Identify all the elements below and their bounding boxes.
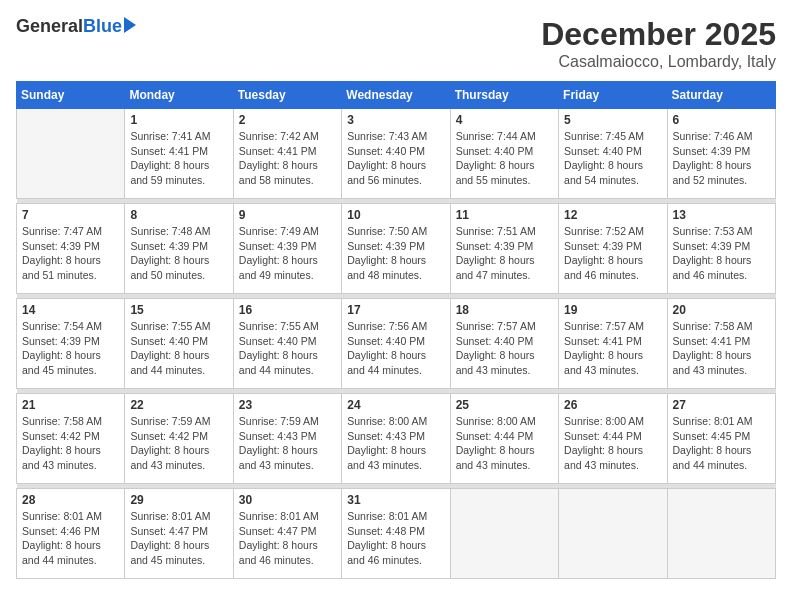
day-number: 18	[456, 303, 553, 317]
calendar-cell: 14Sunrise: 7:54 AM Sunset: 4:39 PM Dayli…	[17, 299, 125, 389]
day-info: Sunrise: 7:57 AM Sunset: 4:41 PM Dayligh…	[564, 319, 661, 378]
column-header-friday: Friday	[559, 82, 667, 109]
calendar-cell	[667, 489, 775, 579]
column-header-saturday: Saturday	[667, 82, 775, 109]
column-header-thursday: Thursday	[450, 82, 558, 109]
calendar-cell: 28Sunrise: 8:01 AM Sunset: 4:46 PM Dayli…	[17, 489, 125, 579]
day-number: 25	[456, 398, 553, 412]
calendar-cell: 7Sunrise: 7:47 AM Sunset: 4:39 PM Daylig…	[17, 204, 125, 294]
day-number: 5	[564, 113, 661, 127]
calendar-cell	[559, 489, 667, 579]
day-number: 20	[673, 303, 770, 317]
day-number: 15	[130, 303, 227, 317]
day-info: Sunrise: 7:58 AM Sunset: 4:42 PM Dayligh…	[22, 414, 119, 473]
calendar-cell: 17Sunrise: 7:56 AM Sunset: 4:40 PM Dayli…	[342, 299, 450, 389]
calendar-cell: 25Sunrise: 8:00 AM Sunset: 4:44 PM Dayli…	[450, 394, 558, 484]
calendar-cell: 19Sunrise: 7:57 AM Sunset: 4:41 PM Dayli…	[559, 299, 667, 389]
calendar-cell	[450, 489, 558, 579]
calendar-cell: 11Sunrise: 7:51 AM Sunset: 4:39 PM Dayli…	[450, 204, 558, 294]
calendar-cell: 10Sunrise: 7:50 AM Sunset: 4:39 PM Dayli…	[342, 204, 450, 294]
day-info: Sunrise: 7:41 AM Sunset: 4:41 PM Dayligh…	[130, 129, 227, 188]
day-number: 24	[347, 398, 444, 412]
calendar-cell: 9Sunrise: 7:49 AM Sunset: 4:39 PM Daylig…	[233, 204, 341, 294]
day-number: 21	[22, 398, 119, 412]
day-number: 22	[130, 398, 227, 412]
day-info: Sunrise: 7:47 AM Sunset: 4:39 PM Dayligh…	[22, 224, 119, 283]
week-row-1: 1Sunrise: 7:41 AM Sunset: 4:41 PM Daylig…	[17, 109, 776, 199]
day-number: 30	[239, 493, 336, 507]
day-info: Sunrise: 7:49 AM Sunset: 4:39 PM Dayligh…	[239, 224, 336, 283]
day-info: Sunrise: 7:59 AM Sunset: 4:43 PM Dayligh…	[239, 414, 336, 473]
day-info: Sunrise: 7:43 AM Sunset: 4:40 PM Dayligh…	[347, 129, 444, 188]
day-info: Sunrise: 7:54 AM Sunset: 4:39 PM Dayligh…	[22, 319, 119, 378]
calendar-cell: 21Sunrise: 7:58 AM Sunset: 4:42 PM Dayli…	[17, 394, 125, 484]
day-info: Sunrise: 7:46 AM Sunset: 4:39 PM Dayligh…	[673, 129, 770, 188]
day-number: 10	[347, 208, 444, 222]
calendar-cell: 6Sunrise: 7:46 AM Sunset: 4:39 PM Daylig…	[667, 109, 775, 199]
calendar-cell: 8Sunrise: 7:48 AM Sunset: 4:39 PM Daylig…	[125, 204, 233, 294]
day-number: 16	[239, 303, 336, 317]
column-header-sunday: Sunday	[17, 82, 125, 109]
day-number: 6	[673, 113, 770, 127]
calendar-cell	[17, 109, 125, 199]
calendar-cell: 26Sunrise: 8:00 AM Sunset: 4:44 PM Dayli…	[559, 394, 667, 484]
day-number: 9	[239, 208, 336, 222]
day-info: Sunrise: 8:01 AM Sunset: 4:47 PM Dayligh…	[130, 509, 227, 568]
day-info: Sunrise: 7:58 AM Sunset: 4:41 PM Dayligh…	[673, 319, 770, 378]
calendar-cell: 5Sunrise: 7:45 AM Sunset: 4:40 PM Daylig…	[559, 109, 667, 199]
calendar-cell: 24Sunrise: 8:00 AM Sunset: 4:43 PM Dayli…	[342, 394, 450, 484]
calendar-cell: 18Sunrise: 7:57 AM Sunset: 4:40 PM Dayli…	[450, 299, 558, 389]
day-info: Sunrise: 7:56 AM Sunset: 4:40 PM Dayligh…	[347, 319, 444, 378]
day-info: Sunrise: 7:52 AM Sunset: 4:39 PM Dayligh…	[564, 224, 661, 283]
day-info: Sunrise: 8:01 AM Sunset: 4:45 PM Dayligh…	[673, 414, 770, 473]
day-number: 17	[347, 303, 444, 317]
day-number: 29	[130, 493, 227, 507]
logo-arrow-icon	[124, 17, 136, 33]
day-number: 12	[564, 208, 661, 222]
calendar-cell: 29Sunrise: 8:01 AM Sunset: 4:47 PM Dayli…	[125, 489, 233, 579]
day-number: 4	[456, 113, 553, 127]
logo-blue-text: Blue	[83, 16, 122, 37]
day-number: 28	[22, 493, 119, 507]
week-row-5: 28Sunrise: 8:01 AM Sunset: 4:46 PM Dayli…	[17, 489, 776, 579]
day-number: 1	[130, 113, 227, 127]
day-info: Sunrise: 7:45 AM Sunset: 4:40 PM Dayligh…	[564, 129, 661, 188]
day-number: 31	[347, 493, 444, 507]
week-row-2: 7Sunrise: 7:47 AM Sunset: 4:39 PM Daylig…	[17, 204, 776, 294]
day-number: 7	[22, 208, 119, 222]
day-number: 23	[239, 398, 336, 412]
calendar-cell: 13Sunrise: 7:53 AM Sunset: 4:39 PM Dayli…	[667, 204, 775, 294]
calendar-cell: 31Sunrise: 8:01 AM Sunset: 4:48 PM Dayli…	[342, 489, 450, 579]
logo: General Blue	[16, 16, 136, 37]
day-number: 3	[347, 113, 444, 127]
logo-general-text: General	[16, 16, 83, 37]
month-title: December 2025	[541, 16, 776, 53]
day-info: Sunrise: 7:55 AM Sunset: 4:40 PM Dayligh…	[239, 319, 336, 378]
day-number: 14	[22, 303, 119, 317]
day-info: Sunrise: 7:57 AM Sunset: 4:40 PM Dayligh…	[456, 319, 553, 378]
calendar-cell: 3Sunrise: 7:43 AM Sunset: 4:40 PM Daylig…	[342, 109, 450, 199]
calendar-cell: 15Sunrise: 7:55 AM Sunset: 4:40 PM Dayli…	[125, 299, 233, 389]
day-number: 11	[456, 208, 553, 222]
day-info: Sunrise: 7:59 AM Sunset: 4:42 PM Dayligh…	[130, 414, 227, 473]
title-block: December 2025 Casalmaiocco, Lombardy, It…	[541, 16, 776, 71]
day-info: Sunrise: 8:01 AM Sunset: 4:47 PM Dayligh…	[239, 509, 336, 568]
calendar-cell: 23Sunrise: 7:59 AM Sunset: 4:43 PM Dayli…	[233, 394, 341, 484]
day-info: Sunrise: 7:44 AM Sunset: 4:40 PM Dayligh…	[456, 129, 553, 188]
day-info: Sunrise: 8:01 AM Sunset: 4:46 PM Dayligh…	[22, 509, 119, 568]
calendar-cell: 1Sunrise: 7:41 AM Sunset: 4:41 PM Daylig…	[125, 109, 233, 199]
location-text: Casalmaiocco, Lombardy, Italy	[541, 53, 776, 71]
calendar-cell: 4Sunrise: 7:44 AM Sunset: 4:40 PM Daylig…	[450, 109, 558, 199]
column-header-monday: Monday	[125, 82, 233, 109]
calendar-cell: 27Sunrise: 8:01 AM Sunset: 4:45 PM Dayli…	[667, 394, 775, 484]
calendar-cell: 16Sunrise: 7:55 AM Sunset: 4:40 PM Dayli…	[233, 299, 341, 389]
calendar-table: SundayMondayTuesdayWednesdayThursdayFrid…	[16, 81, 776, 579]
day-number: 2	[239, 113, 336, 127]
calendar-cell: 20Sunrise: 7:58 AM Sunset: 4:41 PM Dayli…	[667, 299, 775, 389]
day-info: Sunrise: 7:53 AM Sunset: 4:39 PM Dayligh…	[673, 224, 770, 283]
calendar-cell: 22Sunrise: 7:59 AM Sunset: 4:42 PM Dayli…	[125, 394, 233, 484]
calendar-cell: 2Sunrise: 7:42 AM Sunset: 4:41 PM Daylig…	[233, 109, 341, 199]
day-info: Sunrise: 7:55 AM Sunset: 4:40 PM Dayligh…	[130, 319, 227, 378]
column-header-wednesday: Wednesday	[342, 82, 450, 109]
day-number: 27	[673, 398, 770, 412]
